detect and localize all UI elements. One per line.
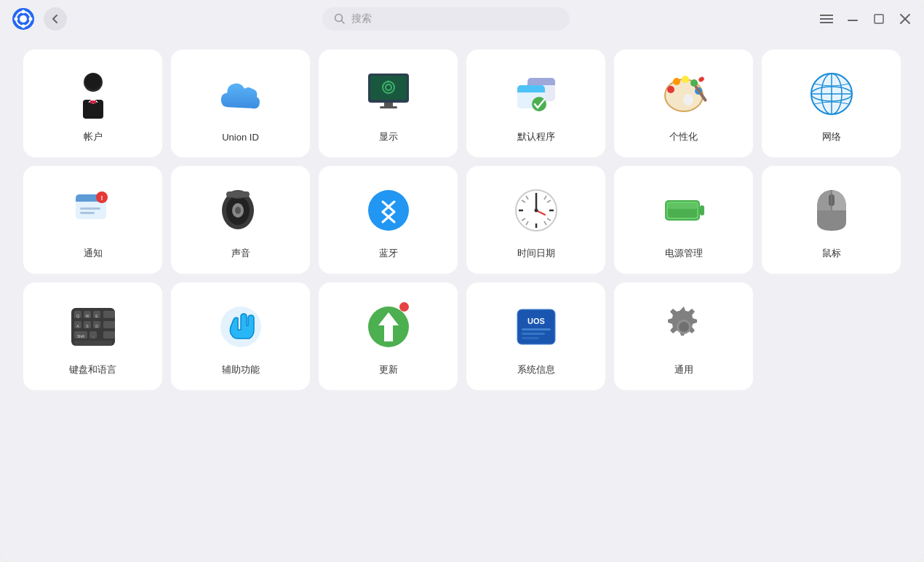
grid-item-sysinfo[interactable]: UOS 系统信息 <box>466 282 605 390</box>
app-logo <box>12 7 35 31</box>
svg-text:D: D <box>95 324 98 328</box>
grid-item-default-apps[interactable]: 默认程序 <box>466 50 605 157</box>
datetime-label: 时间日期 <box>517 247 555 260</box>
svg-point-6 <box>29 17 33 21</box>
personalize-label: 个性化 <box>669 130 698 143</box>
search-placeholder: 搜索 <box>351 12 372 25</box>
grid-item-accessibility[interactable]: 辅助功能 <box>171 282 310 390</box>
notification-icon: ! <box>67 184 119 237</box>
svg-rect-37 <box>517 90 545 92</box>
grid-item-keyboard[interactable]: Q W E A S D Shift <box>23 282 162 390</box>
svg-text:!: ! <box>100 194 103 202</box>
search-icon <box>334 13 346 25</box>
back-button[interactable] <box>44 7 67 31</box>
datetime-icon <box>510 184 562 237</box>
svg-point-41 <box>667 86 674 93</box>
svg-rect-13 <box>875 15 883 23</box>
svg-point-29 <box>387 81 389 83</box>
main-window: 搜索 <box>0 0 924 562</box>
svg-rect-26 <box>370 76 407 100</box>
svg-text:UOS: UOS <box>527 317 545 325</box>
search-box[interactable]: 搜索 <box>322 7 570 31</box>
grid-item-personalize[interactable]: 个性化 <box>614 50 753 157</box>
svg-rect-87 <box>700 205 704 215</box>
svg-point-48 <box>698 76 705 83</box>
grid-item-account[interactable]: 帐户 <box>23 50 162 157</box>
close-button[interactable] <box>898 12 912 26</box>
grid-item-general[interactable]: 通用 <box>614 282 753 390</box>
grid-item-update[interactable]: 更新 <box>319 282 458 390</box>
svg-rect-30 <box>384 103 393 106</box>
update-icon <box>362 301 415 353</box>
svg-rect-66 <box>226 191 250 197</box>
general-label: 通用 <box>674 363 693 376</box>
svg-point-43 <box>682 76 689 83</box>
grid-item-bluetooth[interactable]: 蓝牙 <box>319 166 458 274</box>
mouse-icon <box>805 184 858 237</box>
sound-label: 声音 <box>231 247 250 260</box>
svg-text:Shift: Shift <box>76 334 84 339</box>
svg-point-67 <box>368 190 409 231</box>
svg-point-17 <box>85 74 101 90</box>
power-label: 电源管理 <box>665 247 703 260</box>
general-icon <box>658 301 710 353</box>
grid-item-datetime[interactable]: 时间日期 <box>466 166 605 274</box>
grid-item-network[interactable]: 网络 <box>762 50 901 157</box>
power-icon <box>658 184 710 237</box>
svg-point-4 <box>22 25 25 28</box>
svg-point-64 <box>235 207 241 214</box>
svg-rect-58 <box>80 212 95 214</box>
svg-line-8 <box>342 21 345 24</box>
window-controls <box>819 12 912 26</box>
svg-rect-120 <box>522 333 545 335</box>
settings-content: 帐户 Union ID <box>0 38 924 562</box>
svg-rect-23 <box>92 100 95 103</box>
menu-button[interactable] <box>819 12 834 26</box>
default-apps-label: 默认程序 <box>517 130 555 143</box>
titlebar: 搜索 <box>0 0 924 38</box>
svg-point-5 <box>15 17 18 21</box>
union-id-label: Union ID <box>222 132 259 143</box>
svg-rect-89 <box>668 203 697 209</box>
sysinfo-label: 系统信息 <box>517 363 555 376</box>
svg-rect-112 <box>103 331 115 339</box>
svg-rect-109 <box>74 341 112 346</box>
network-label: 网络 <box>822 130 841 143</box>
svg-rect-121 <box>522 337 539 339</box>
maximize-button[interactable] <box>872 12 886 26</box>
accessibility-icon <box>215 301 267 353</box>
grid-item-notification[interactable]: ! 通知 <box>23 166 162 274</box>
svg-text:Q: Q <box>76 314 79 318</box>
network-icon <box>805 68 858 120</box>
grid-item-union-id[interactable]: Union ID <box>171 50 310 157</box>
update-label: 更新 <box>379 363 398 376</box>
grid-item-power[interactable]: 电源管理 <box>614 166 753 274</box>
svg-point-42 <box>673 78 680 85</box>
svg-point-44 <box>690 79 698 87</box>
keyboard-icon: Q W E A S D Shift <box>67 301 119 353</box>
bluetooth-label: 蓝牙 <box>379 247 398 260</box>
search-container: 搜索 <box>73 7 819 31</box>
svg-point-84 <box>534 209 538 213</box>
svg-rect-34 <box>527 82 555 85</box>
svg-rect-119 <box>522 328 551 331</box>
personalize-icon <box>658 68 710 120</box>
accessibility-label: 辅助功能 <box>222 363 260 376</box>
bluetooth-icon <box>362 184 415 237</box>
display-icon <box>362 68 415 120</box>
grid-item-sound[interactable]: 声音 <box>171 166 310 274</box>
svg-point-3 <box>22 10 25 14</box>
grid-item-mouse[interactable]: 鼠标 <box>762 166 901 274</box>
account-icon <box>67 68 119 120</box>
svg-point-123 <box>679 322 689 332</box>
svg-text:W: W <box>85 314 89 318</box>
svg-rect-57 <box>80 207 100 210</box>
settings-grid: 帐户 Union ID <box>23 50 901 390</box>
notification-label: 通知 <box>84 247 103 260</box>
svg-rect-111 <box>103 321 115 328</box>
svg-point-46 <box>683 94 693 106</box>
grid-item-display[interactable]: 显示 <box>319 50 458 157</box>
minimize-button[interactable] <box>845 12 860 26</box>
mouse-label: 鼠标 <box>822 247 841 260</box>
default-apps-icon <box>510 68 562 120</box>
